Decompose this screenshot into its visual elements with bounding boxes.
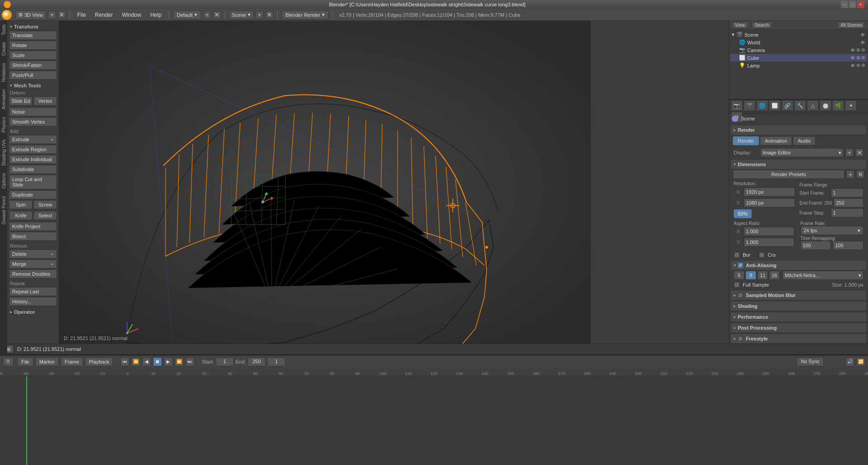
subdivide-button[interactable]: Subdivide (9, 165, 57, 174)
dimensions-header[interactable]: Dimensions (731, 160, 866, 169)
aa-16-button[interactable]: 16 (769, 271, 780, 280)
duplicate-button[interactable]: Duplicate (9, 190, 57, 199)
stop-button[interactable]: ⏹ (153, 357, 162, 366)
outliner-item-lamp[interactable]: 💡 Lamp 👁 ⚙ ⚙ (730, 62, 867, 69)
knife-button[interactable]: Knife (9, 211, 33, 220)
presets-add-button[interactable]: + (846, 170, 854, 178)
tab-animation[interactable]: Animation (0, 86, 7, 113)
aa-filter-dropdown[interactable]: Mitchell-Netra... ▾ (783, 271, 863, 280)
outliner-view-button[interactable]: View (732, 22, 748, 29)
editor-type-button[interactable]: ⊞ 3D View (15, 10, 46, 19)
outliner-item-world[interactable]: 🌐 World 👁 (730, 38, 867, 46)
screw-button[interactable]: Screw (33, 200, 57, 209)
outliner-item-camera[interactable]: 📷 Camera 👁 ⚙ ⚙ (730, 46, 867, 54)
viewport-3d[interactable]: Top Persp (59, 21, 591, 355)
playhead-marker[interactable] (26, 376, 27, 465)
mesh-tools-section-header[interactable]: Mesh Tools (9, 81, 57, 90)
display-dropdown[interactable]: Image Editor ▾ (760, 148, 844, 157)
smb-checkbox[interactable]: □ (738, 292, 743, 298)
start-frame-input[interactable]: 1 (831, 188, 864, 197)
outliner-item-scene[interactable]: ▾ 🎬 Scene 👁 (730, 31, 867, 38)
smooth-vertex-button[interactable]: Smooth Vertex (9, 117, 57, 126)
timeline-marker-menu[interactable]: Marker (35, 357, 59, 366)
tab-options[interactable]: Options (0, 169, 7, 192)
remove-area-button[interactable]: ✕ (58, 11, 66, 19)
close-button[interactable]: ✕ (857, 1, 864, 8)
shading-header[interactable]: Shading (731, 302, 866, 311)
post-processing-header[interactable]: Post Processing (731, 323, 866, 332)
start-frame-field[interactable]: 1 (216, 357, 234, 366)
prop-material-icon[interactable]: ⬤ (820, 100, 831, 111)
scene-button[interactable]: Scene ▾ (229, 10, 254, 19)
mode-remove-button[interactable]: ✕ (213, 11, 221, 19)
anti-aliasing-header[interactable]: ✓ Anti-Aliasing (731, 261, 866, 270)
prop-data-icon[interactable]: △ (807, 100, 819, 111)
bisect-button[interactable]: Bisect (9, 232, 57, 241)
outliner-item-cube[interactable]: ⬜ Cube 👁 ⚙ ⚙ (730, 54, 867, 62)
transform-section-header[interactable]: Transform (9, 23, 57, 31)
extrude-region-button[interactable]: Extrude Region (9, 145, 57, 154)
file-menu[interactable]: File (74, 11, 90, 19)
aa-5-button[interactable]: 5 (734, 271, 745, 280)
bor-checkbox[interactable]: □ (734, 252, 740, 258)
timeline-track[interactable] (0, 376, 868, 465)
operator-section-header[interactable]: Operator (9, 308, 57, 316)
cube-visibility-icon[interactable]: 👁 (850, 55, 855, 61)
play-button[interactable]: ▶ (164, 357, 173, 366)
translate-button[interactable]: Translate (9, 31, 57, 40)
animation-tab-button[interactable]: Animation (760, 136, 792, 145)
outliner-all-scenes-button[interactable]: All Scenes (838, 22, 865, 29)
help-menu[interactable]: Help (147, 11, 165, 19)
rotate-button[interactable]: Rotate (9, 41, 57, 50)
mode-button[interactable]: Default ▾ (173, 10, 201, 19)
vertex-button[interactable]: Vertex (33, 96, 57, 105)
resolution-percent-button[interactable]: 50% (734, 209, 752, 218)
end-frame-input[interactable]: 250 (834, 198, 863, 207)
jump-prev-button[interactable]: ⏪ (131, 357, 140, 366)
render-menu[interactable]: Render (91, 11, 116, 19)
time-remap-new[interactable]: 100 (833, 241, 863, 250)
render-section-header[interactable]: Render (731, 125, 866, 134)
tab-physics[interactable]: Physics (0, 113, 7, 136)
sampled-motion-blur-header[interactable]: □ Sampled Motion Blur (731, 291, 866, 300)
outliner-search-button[interactable]: Search (752, 22, 773, 29)
minimize-button[interactable]: ─ (841, 1, 848, 8)
aa-11-button[interactable]: 11 (757, 271, 768, 280)
render-tab-button[interactable]: Render (733, 136, 759, 145)
history-button[interactable]: History... (9, 297, 57, 306)
window-menu[interactable]: Window (118, 11, 145, 19)
aa-8-button[interactable]: 8 (745, 271, 756, 280)
world-visibility-icon[interactable]: 👁 (860, 40, 865, 45)
maximize-button[interactable]: □ (849, 1, 856, 8)
timeline-playback-menu[interactable]: Playback (85, 357, 114, 366)
timeline-file-menu[interactable]: File (17, 357, 33, 366)
res-y-input[interactable]: 1080 px (744, 198, 795, 207)
tab-create[interactable]: Create (0, 38, 7, 59)
loop-cut-slide-button[interactable]: Loop Cut and Slide (9, 175, 57, 189)
scene-add-button[interactable]: + (256, 11, 264, 19)
time-remap-old[interactable]: 100 (801, 241, 831, 250)
tab-shading[interactable]: Shading UVs (0, 136, 7, 169)
add-area-button[interactable]: + (48, 11, 56, 19)
freestyle-header[interactable]: □ Freestyle (731, 334, 866, 343)
presets-remove-button[interactable]: ✕ (856, 170, 864, 178)
extrude-dropdown[interactable]: Extrude ▸ (9, 135, 57, 144)
audio-tab-button[interactable]: Audio (793, 136, 816, 145)
tab-grease[interactable]: Grease Pencil (0, 192, 7, 228)
jump-start-button[interactable]: ⏮ (120, 357, 129, 366)
jump-end-button[interactable]: ⏭ (185, 357, 194, 366)
render-engine-button[interactable]: Blender Render ▾ (281, 10, 329, 19)
push-pull-button[interactable]: Push/Pull (9, 71, 57, 80)
prop-constraints-icon[interactable]: 🔗 (782, 100, 793, 111)
current-frame-field[interactable]: 1 (267, 357, 285, 366)
shrink-fatten-button[interactable]: Shrink/Fatten (9, 61, 57, 70)
prop-world-icon[interactable]: 🌐 (756, 100, 768, 111)
repeat-last-button[interactable]: Repeat Last (9, 287, 57, 296)
timeline-frame-menu[interactable]: Frame (61, 357, 83, 366)
camera-visibility-icon[interactable]: 👁 (850, 48, 855, 53)
frame-step-input[interactable]: 1 (831, 208, 864, 217)
cro-checkbox[interactable]: □ (759, 252, 765, 258)
render-presets-value[interactable]: Render Presets (733, 170, 844, 179)
tab-tools[interactable]: Tools (0, 21, 7, 38)
res-x-input[interactable]: 1920 px (744, 187, 795, 197)
